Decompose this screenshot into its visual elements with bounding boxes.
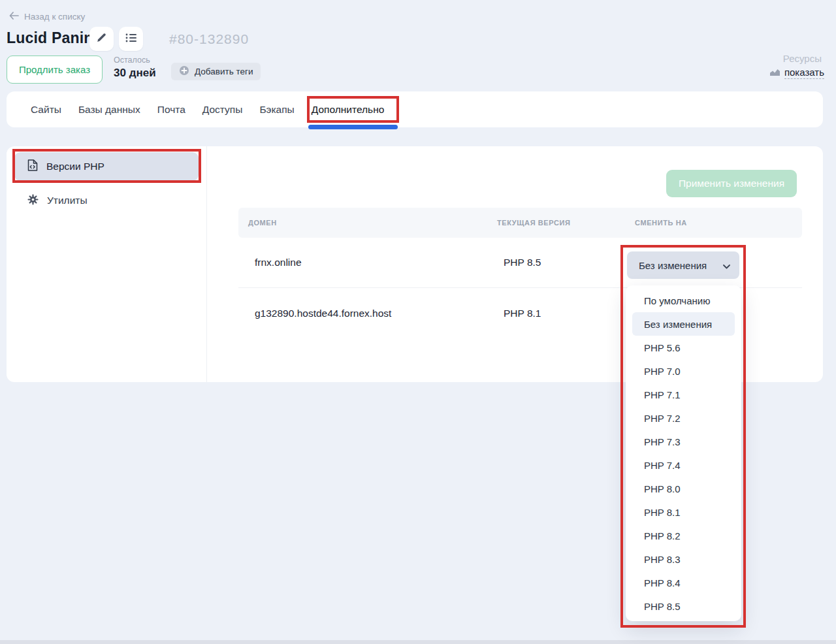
settings-side-panel: Версии PHP Утилиты xyxy=(7,146,207,382)
dropdown-option[interactable]: PHP 7.2 xyxy=(626,406,741,430)
column-header-current-version: Текущая версия xyxy=(497,219,635,227)
version-dropdown-menu: По умолчаниюБез измененияPHP 5.6PHP 7.0P… xyxy=(626,285,741,621)
column-header-change-to: Сменить на xyxy=(635,219,802,227)
tab-advanced[interactable]: Дополнительно xyxy=(312,104,385,116)
add-tags-label: Добавить теги xyxy=(195,67,253,76)
select-value: Без изменения xyxy=(639,260,707,271)
domain-cell: g132890.hostde44.fornex.host xyxy=(255,308,504,319)
dropdown-option[interactable]: Без изменения xyxy=(632,312,735,336)
version-cell: PHP 8.5 xyxy=(504,257,641,268)
sidebar-item-label: Утилиты xyxy=(47,195,88,206)
resources-block: Ресурсы показать xyxy=(769,53,824,79)
sidebar-item-php-versions[interactable]: Версии PHP xyxy=(14,152,199,181)
renew-order-button[interactable]: Продлить заказ xyxy=(7,56,103,84)
sidebar-item-utilities[interactable]: Утилиты xyxy=(14,186,199,215)
tab-bar: Сайты Базы данных Почта Доступы Бэкапы Д… xyxy=(7,91,823,127)
dropdown-option[interactable]: PHP 8.2 xyxy=(626,524,741,547)
edit-title-button[interactable] xyxy=(89,27,114,51)
table-header-row: Домен Текущая версия Сменить на xyxy=(238,208,802,238)
dropdown-option[interactable]: PHP 7.4 xyxy=(626,453,741,477)
tab-sites[interactable]: Сайты xyxy=(31,104,61,116)
active-tab-underline xyxy=(308,125,398,129)
dropdown-option[interactable]: PHP 8.5 xyxy=(626,594,741,618)
arrow-left-icon xyxy=(9,12,19,22)
dropdown-option[interactable]: По умолчанию xyxy=(626,289,741,312)
change-version-select[interactable]: Без изменения xyxy=(627,251,739,279)
resources-show-label: показать xyxy=(784,67,824,79)
tab-backups[interactable]: Бэкапы xyxy=(259,104,294,116)
apply-changes-button[interactable]: Применить изменения xyxy=(666,170,797,197)
add-tags-button[interactable]: Добавить теги xyxy=(171,63,261,80)
gear-icon xyxy=(27,194,39,208)
dropdown-option[interactable]: PHP 8.4 xyxy=(626,571,741,594)
column-header-domain: Домен xyxy=(248,219,497,227)
tab-access[interactable]: Доступы xyxy=(202,104,243,116)
remaining-block: Осталось 30 дней xyxy=(114,56,156,80)
version-cell: PHP 8.1 xyxy=(504,308,641,319)
tab-databases[interactable]: Базы данных xyxy=(78,104,140,116)
dropdown-option[interactable]: PHP 8.3 xyxy=(626,547,741,571)
pencil-icon xyxy=(96,32,107,46)
page-title: Lucid Panini xyxy=(7,29,97,47)
file-code-icon xyxy=(27,159,38,174)
domain-cell: frnx.online xyxy=(255,257,504,268)
dropdown-option[interactable]: PHP 5.6 xyxy=(626,336,741,359)
dropdown-option[interactable]: PHP 7.0 xyxy=(626,359,741,383)
dropdown-option[interactable]: PHP 7.1 xyxy=(626,383,741,406)
back-link-label: Назад к списку xyxy=(24,12,85,22)
sidebar-item-label: Версии PHP xyxy=(46,161,104,172)
resources-show-link[interactable]: показать xyxy=(769,67,824,79)
resources-label: Ресурсы xyxy=(769,53,822,64)
remaining-label: Осталось xyxy=(114,56,156,65)
chevron-down-icon xyxy=(723,260,730,271)
bottom-strip xyxy=(0,640,836,644)
bulleted-list-icon xyxy=(125,33,137,46)
bar-chart-icon xyxy=(769,67,780,79)
dropdown-option[interactable]: PHP 8.0 xyxy=(626,477,741,500)
dropdown-option[interactable]: PHP 7.3 xyxy=(626,430,741,453)
plus-circle-icon xyxy=(179,65,189,78)
order-number: #80-132890 xyxy=(169,31,249,47)
tab-mail[interactable]: Почта xyxy=(157,104,185,116)
back-to-list-link[interactable]: Назад к списку xyxy=(9,12,85,22)
order-list-button[interactable] xyxy=(119,27,143,51)
remaining-value: 30 дней xyxy=(114,67,156,80)
dropdown-option[interactable]: PHP 8.1 xyxy=(626,500,741,524)
